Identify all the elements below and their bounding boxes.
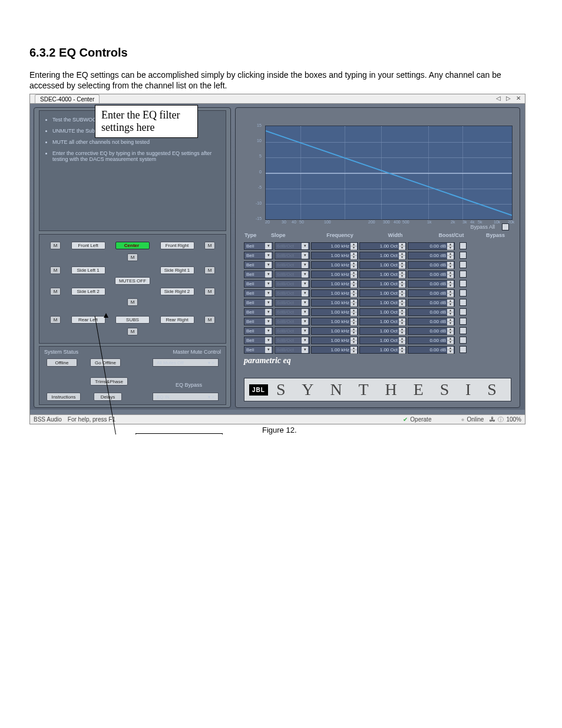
type-select[interactable]: Bell▾ [244, 289, 273, 297]
mute-subs[interactable]: M [127, 328, 138, 335]
type-select[interactable]: Bell▾ [244, 346, 273, 354]
mute-side-left-2[interactable]: M [50, 288, 61, 295]
slope-select[interactable]: 6dB/Oct▾ [275, 289, 310, 297]
instructions-button[interactable]: Instructions [47, 393, 81, 401]
width-input[interactable]: 1.00 Oct▴▾ [359, 242, 406, 250]
mutes-off-button[interactable]: MUTES OFF [115, 277, 150, 285]
all-mutes-off-select[interactable]: All Mutes Off [153, 358, 219, 367]
slope-select[interactable]: 6dB/Oct▾ [275, 299, 310, 307]
bypass-checkbox[interactable] [459, 271, 467, 278]
type-select[interactable]: Bell▾ [244, 271, 273, 278]
boost-cut-input[interactable]: 0.00 dB▴▾ [408, 346, 455, 354]
eq-in-select[interactable]: EQ IN [153, 393, 219, 401]
frequency-input[interactable]: 1.00 kHz▴▾ [311, 346, 358, 354]
channel-front-left[interactable]: Front Left [71, 242, 105, 249]
frequency-input[interactable]: 1.00 kHz▴▾ [311, 289, 358, 297]
type-select[interactable]: Bell▾ [244, 308, 273, 316]
channel-rear-left[interactable]: Rear Left [71, 316, 105, 324]
width-input[interactable]: 1.00 Oct▴▾ [359, 318, 406, 325]
slope-select[interactable]: 6dB/Oct▾ [275, 280, 310, 288]
mute-side-right-2[interactable]: M [204, 288, 215, 295]
frequency-input[interactable]: 1.00 kHz▴▾ [311, 271, 358, 278]
boost-cut-input[interactable]: 0.00 dB▴▾ [408, 327, 455, 335]
bypass-checkbox[interactable] [459, 261, 467, 268]
width-input[interactable]: 1.00 Oct▴▾ [359, 271, 406, 278]
bypass-checkbox[interactable] [459, 299, 467, 306]
channel-side-right-2[interactable]: Side Right 2 [160, 288, 194, 295]
slope-select[interactable]: 6dB/Oct▾ [275, 337, 310, 344]
trims-phase-button[interactable]: Trims&Phase [90, 377, 128, 386]
slope-select[interactable]: 6dB/Oct▾ [275, 327, 310, 335]
boost-cut-input[interactable]: 0.00 dB▴▾ [408, 242, 455, 250]
type-select[interactable]: Bell▾ [244, 280, 273, 288]
mute-rear-right[interactable]: M [204, 316, 215, 324]
type-select[interactable]: Bell▾ [244, 261, 273, 269]
bypass-checkbox[interactable] [459, 346, 467, 353]
type-select[interactable]: Bell▾ [244, 252, 273, 259]
width-input[interactable]: 1.00 Oct▴▾ [359, 346, 406, 354]
slope-select[interactable]: 6dB/Oct▾ [275, 261, 310, 269]
mute-side-right-1[interactable]: M [204, 266, 215, 274]
mute-rear-left[interactable]: M [50, 316, 61, 324]
channel-side-left-1[interactable]: Side Left 1 [71, 266, 105, 274]
mute-side-left-1[interactable]: M [50, 266, 61, 274]
slope-select[interactable]: 6dB/Oct▾ [275, 242, 310, 250]
mute-front-left[interactable]: M [50, 242, 61, 249]
mute-center[interactable]: M [127, 253, 138, 261]
slope-select[interactable]: 6dB/Oct▾ [275, 271, 310, 278]
type-select[interactable]: Bell▾ [244, 337, 273, 344]
slope-select[interactable]: 6dB/Oct▾ [275, 308, 310, 316]
width-input[interactable]: 1.00 Oct▴▾ [359, 280, 406, 288]
width-input[interactable]: 1.00 Oct▴▾ [359, 308, 406, 316]
boost-cut-input[interactable]: 0.00 dB▴▾ [408, 318, 455, 325]
bypass-checkbox[interactable] [459, 327, 467, 334]
bypass-all-checkbox[interactable] [502, 223, 509, 230]
channel-rear-right[interactable]: Rear Right [160, 316, 194, 324]
channel-side-right-1[interactable]: Side Right 1 [160, 266, 194, 274]
offline-button[interactable]: Offline [47, 358, 77, 367]
width-input[interactable]: 1.00 Oct▴▾ [359, 289, 406, 297]
channel-subs[interactable]: SUBS [115, 316, 150, 324]
bypass-checkbox[interactable] [459, 337, 467, 344]
frequency-input[interactable]: 1.00 kHz▴▾ [311, 261, 358, 269]
mute-front-right[interactable]: M [204, 242, 215, 249]
frequency-input[interactable]: 1.00 kHz▴▾ [311, 242, 358, 250]
frequency-input[interactable]: 1.00 kHz▴▾ [311, 318, 358, 325]
boost-cut-input[interactable]: 0.00 dB▴▾ [408, 261, 455, 269]
bypass-checkbox[interactable] [459, 289, 467, 297]
frequency-input[interactable]: 1.00 kHz▴▾ [311, 280, 358, 288]
width-input[interactable]: 1.00 Oct▴▾ [359, 299, 406, 307]
frequency-input[interactable]: 1.00 kHz▴▾ [311, 308, 358, 316]
width-input[interactable]: 1.00 Oct▴▾ [359, 337, 406, 344]
width-input[interactable]: 1.00 Oct▴▾ [359, 252, 406, 259]
boost-cut-input[interactable]: 0.00 dB▴▾ [408, 308, 455, 316]
bypass-checkbox[interactable] [459, 318, 467, 325]
channel-front-right[interactable]: Front Right [160, 242, 194, 249]
frequency-input[interactable]: 1.00 kHz▴▾ [311, 327, 358, 335]
channel-side-left-2[interactable]: Side Left 2 [71, 288, 105, 295]
bypass-checkbox[interactable] [459, 308, 467, 315]
boost-cut-input[interactable]: 0.00 dB▴▾ [408, 337, 455, 344]
tab-sdec[interactable]: SDEC-4000 - Center [35, 94, 100, 103]
frequency-input[interactable]: 1.00 kHz▴▾ [311, 299, 358, 307]
channel-center[interactable]: Center [115, 242, 150, 249]
type-select[interactable]: Bell▾ [244, 318, 273, 325]
boost-cut-input[interactable]: 0.00 dB▴▾ [408, 271, 455, 278]
width-input[interactable]: 1.00 Oct▴▾ [359, 261, 406, 269]
tab-controls[interactable]: ◁ ▷ ✕ [496, 95, 523, 101]
bypass-checkbox[interactable] [459, 252, 467, 259]
bypass-checkbox[interactable] [459, 242, 467, 249]
boost-cut-input[interactable]: 0.00 dB▴▾ [408, 280, 455, 288]
mute-subs-top[interactable]: M [127, 298, 138, 306]
boost-cut-input[interactable]: 0.00 dB▴▾ [408, 299, 455, 307]
frequency-input[interactable]: 1.00 kHz▴▾ [311, 337, 358, 344]
slope-select[interactable]: 6dB/Oct▾ [275, 252, 310, 259]
go-offline-button[interactable]: Go Offline [90, 358, 121, 367]
slope-select[interactable]: 6dB/Oct▾ [275, 346, 310, 354]
type-select[interactable]: Bell▾ [244, 242, 273, 250]
slope-select[interactable]: 6dB/Oct▾ [275, 318, 310, 325]
boost-cut-input[interactable]: 0.00 dB▴▾ [408, 252, 455, 259]
type-select[interactable]: Bell▾ [244, 327, 273, 335]
width-input[interactable]: 1.00 Oct▴▾ [359, 327, 406, 335]
type-select[interactable]: Bell▾ [244, 299, 273, 307]
